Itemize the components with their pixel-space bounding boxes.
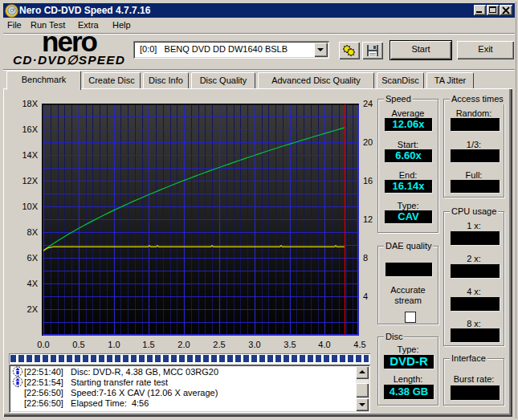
svg-text:CD·DVD∅SPEED: CD·DVD∅SPEED [13,54,125,67]
